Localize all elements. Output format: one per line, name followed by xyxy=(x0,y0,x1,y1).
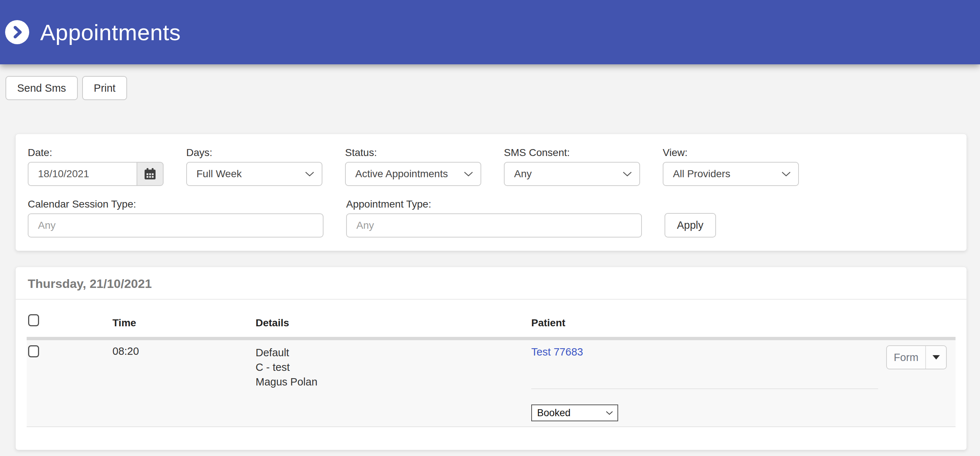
chevron-down-icon xyxy=(464,171,473,177)
column-header-time: Time xyxy=(113,300,256,337)
details-line-calendar: C - test xyxy=(256,360,531,375)
days-field: Days: Full Week xyxy=(186,147,322,186)
days-select[interactable]: Full Week xyxy=(186,162,322,186)
days-select-value: Full Week xyxy=(196,168,242,180)
day-title: Thursday, 21/10/2021 xyxy=(28,277,955,291)
calendar-session-type-input[interactable] xyxy=(28,214,323,238)
chevron-down-icon xyxy=(305,171,314,177)
date-label: Date: xyxy=(28,147,164,158)
details-cell: Default C - test Magus Polan xyxy=(256,345,531,426)
appointments-table: Time Details Patient 08:20 Default C - t… xyxy=(27,300,956,427)
chevron-right-circle-icon[interactable] xyxy=(5,20,29,44)
status-select[interactable]: Active Appointments xyxy=(345,162,481,186)
column-header-patient: Patient xyxy=(531,300,886,337)
apply-button[interactable]: Apply xyxy=(665,213,716,238)
table-header-row: Time Details Patient xyxy=(27,300,956,337)
form-button[interactable]: Form xyxy=(887,346,926,369)
day-appointments-card: Thursday, 21/10/2021 Time Details Patien… xyxy=(15,267,967,450)
days-label: Days: xyxy=(186,147,322,158)
calendar-icon xyxy=(143,167,158,181)
status-field: Status: Active Appointments xyxy=(345,147,481,186)
select-all-checkbox[interactable] xyxy=(28,314,39,326)
date-field: Date: xyxy=(28,147,164,186)
chevron-right-icon xyxy=(9,24,25,40)
filters-row-2: Calendar Session Type: Appointment Type:… xyxy=(28,199,955,238)
caret-down-icon xyxy=(932,355,940,360)
chevron-down-icon xyxy=(622,171,632,177)
form-dropdown-toggle[interactable] xyxy=(926,346,946,369)
details-line-type: Default xyxy=(256,345,531,360)
patient-cell: Test 77683 Booked xyxy=(531,345,886,426)
details-line-provider: Magus Polan xyxy=(256,375,531,389)
view-label: View: xyxy=(663,147,799,158)
header-divider-strip xyxy=(27,337,956,340)
form-split-button: Form xyxy=(886,345,947,369)
sms-consent-select-value: Any xyxy=(514,168,531,180)
row-checkbox-cell xyxy=(27,345,113,426)
appointment-type-input[interactable] xyxy=(346,214,642,238)
sms-consent-field: SMS Consent: Any xyxy=(504,147,640,186)
patient-cell-divider xyxy=(531,388,878,389)
send-sms-button[interactable]: Send Sms xyxy=(5,76,78,100)
chevron-down-icon xyxy=(781,171,791,177)
sms-consent-select[interactable]: Any xyxy=(504,162,640,186)
patient-link[interactable]: Test 77683 xyxy=(531,345,583,359)
column-header-details: Details xyxy=(256,300,531,337)
appointment-type-label: Appointment Type: xyxy=(346,199,642,210)
status-label: Status: xyxy=(345,147,481,158)
actions-cell: Form xyxy=(886,345,956,426)
date-input-group xyxy=(28,162,164,186)
chevron-down-icon xyxy=(606,411,613,415)
view-select-value: All Providers xyxy=(673,168,730,180)
calendar-button[interactable] xyxy=(137,162,164,186)
filters-panel: Date: xyxy=(15,134,967,251)
appointment-type-field: Appointment Type: xyxy=(346,199,642,238)
toolbar: Send Sms Print xyxy=(5,76,980,100)
calendar-session-type-label: Calendar Session Type: xyxy=(28,199,323,210)
app-header: Appointments xyxy=(0,0,980,64)
column-header-actions xyxy=(886,300,956,337)
page-title: Appointments xyxy=(40,19,181,45)
sms-consent-label: SMS Consent: xyxy=(504,147,640,158)
date-input[interactable] xyxy=(28,162,137,186)
row-checkbox[interactable] xyxy=(28,345,39,357)
day-header: Thursday, 21/10/2021 xyxy=(16,267,966,300)
filters-row-1: Date: xyxy=(28,147,955,186)
select-all-cell xyxy=(27,300,113,337)
booking-status-select[interactable]: Booked xyxy=(531,405,618,421)
print-button[interactable]: Print xyxy=(82,76,127,100)
status-select-value: Active Appointments xyxy=(355,168,448,180)
booking-status-value: Booked xyxy=(537,407,571,419)
time-cell: 08:20 xyxy=(113,345,256,426)
view-field: View: All Providers xyxy=(663,147,799,186)
view-select[interactable]: All Providers xyxy=(663,162,799,186)
table-row: 08:20 Default C - test Magus Polan Test … xyxy=(27,340,956,427)
calendar-session-type-field: Calendar Session Type: xyxy=(28,199,323,238)
